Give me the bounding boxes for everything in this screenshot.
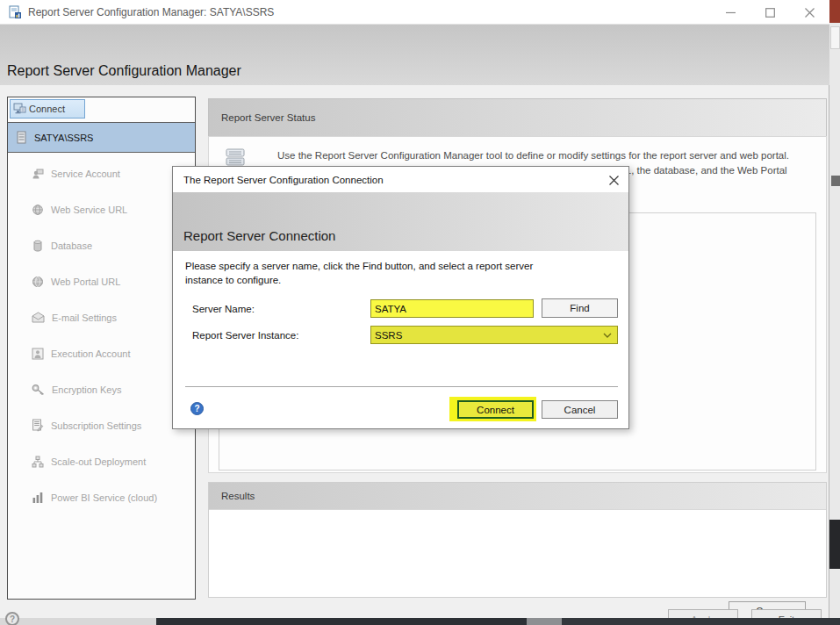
status-section-header: Report Server Status <box>208 98 827 136</box>
chevron-down-icon <box>603 333 612 338</box>
sidebar-item-label: Scale-out Deployment <box>51 456 146 467</box>
help-icon[interactable]: ? <box>5 612 19 625</box>
sidebar-item-execution-account[interactable]: Execution Account <box>8 335 195 371</box>
dialog-title: The Report Server Configuration Connecti… <box>183 175 384 185</box>
app-icon <box>8 5 22 19</box>
sidebar-item-power-bi-service[interactable]: Power BI Service (cloud) <box>8 479 195 515</box>
connect-icon <box>13 103 26 115</box>
dialog-connect-button[interactable]: Connect <box>457 400 534 419</box>
dialog-cancel-button[interactable]: Cancel <box>542 400 618 419</box>
sidebar-item-label: E-mail Settings <box>52 312 117 323</box>
dialog-heading: Report Server Connection <box>183 228 335 243</box>
background-app-segment <box>831 176 840 186</box>
instance-label: Report Server Instance: <box>192 330 298 341</box>
header-band: Report Server Configuration Manager <box>0 25 829 85</box>
web-service-url-icon <box>32 204 44 216</box>
sidebar-item-label: Web Portal URL <box>51 277 120 287</box>
sidebar-item-label: Web Service URL <box>51 205 127 215</box>
sidebar-item-label: Encryption Keys <box>52 384 121 395</box>
background-app-titlebar-sliver <box>829 0 840 23</box>
background-app-sliver <box>829 0 840 625</box>
web-portal-url-icon <box>32 276 44 288</box>
power-bi-icon <box>32 492 44 504</box>
close-icon <box>805 8 815 18</box>
service-account-icon <box>32 168 44 180</box>
maximize-icon <box>765 8 775 18</box>
close-button[interactable] <box>790 0 829 25</box>
results-section-title: Results <box>221 491 255 501</box>
dialog-instruction-line2: instance to configure. <box>185 273 533 287</box>
sidebar-item-server-label: SATYA\SSRS <box>34 133 93 143</box>
sidebar-item-encryption-keys[interactable]: Encryption Keys <box>8 371 195 407</box>
background-app-tab-sliver <box>830 26 840 49</box>
sidebar-item-service-account[interactable]: Service Account <box>8 155 195 191</box>
sidebar-item-subscription-settings[interactable]: Subscription Settings <box>8 407 195 443</box>
connection-dialog: The Report Server Configuration Connecti… <box>172 166 629 429</box>
dialog-close-icon <box>609 176 619 185</box>
sidebar: Connect SATYA\SSRS Service Account <box>7 97 196 600</box>
results-section: Results Copy <box>208 482 827 598</box>
encryption-keys-icon <box>32 384 45 396</box>
find-button[interactable]: Find <box>542 298 618 318</box>
sidebar-item-label: Subscription Settings <box>51 420 141 431</box>
dialog-separator <box>185 386 618 387</box>
scale-out-deployment-icon <box>32 456 44 468</box>
connect-toolbar-label: Connect <box>29 104 65 114</box>
status-description-line1: Use the Report Server Configuration Mana… <box>277 148 822 163</box>
status-section-title: Report Server Status <box>221 112 315 123</box>
server-icon <box>17 131 26 144</box>
connect-toolbar-button[interactable]: Connect <box>10 99 85 119</box>
maximize-button[interactable] <box>750 0 790 25</box>
background-app-dark-segment <box>829 520 840 569</box>
results-body: Copy <box>209 510 826 597</box>
dialog-close-button[interactable] <box>607 173 621 187</box>
sidebar-item-label: Power BI Service (cloud) <box>51 492 157 503</box>
dialog-instruction-line1: Please specify a server name, click the … <box>185 259 533 273</box>
window-title: Report Server Configuration Manager: SAT… <box>28 6 274 18</box>
sidebar-item-web-service-url[interactable]: Web Service URL <box>8 191 195 227</box>
sidebar-item-server-node[interactable]: SATYA\SSRS <box>8 122 195 153</box>
dialog-body: Please specify a server name, click the … <box>173 251 628 430</box>
taskbar-strip[interactable] <box>0 618 840 625</box>
instance-dropdown[interactable]: SSRS <box>370 326 618 344</box>
dialog-instruction: Please specify a server name, click the … <box>185 259 533 287</box>
server-name-input[interactable] <box>370 299 534 318</box>
dialog-banner: Report Server Connection <box>173 192 628 251</box>
results-section-header: Results <box>209 483 826 510</box>
sidebar-item-label: Execution Account <box>51 348 131 359</box>
email-settings-icon <box>32 312 45 323</box>
database-icon <box>32 240 44 252</box>
instance-dropdown-value: SSRS <box>375 330 402 341</box>
title-bar: Report Server Configuration Manager: SAT… <box>0 0 829 25</box>
sidebar-nav: Service Account Web Service URL Database <box>8 155 195 515</box>
execution-account-icon <box>32 348 44 360</box>
sidebar-item-email-settings[interactable]: E-mail Settings <box>8 299 195 335</box>
sidebar-item-scale-out-deployment[interactable]: Scale-out Deployment <box>8 443 195 479</box>
minimize-button[interactable] <box>711 0 750 25</box>
minimize-icon <box>726 8 736 18</box>
sidebar-item-database[interactable]: Database <box>8 227 195 263</box>
dialog-title-bar: The Report Server Configuration Connecti… <box>173 167 628 192</box>
sidebar-item-label: Service Account <box>51 169 120 179</box>
sidebar-item-web-portal-url[interactable]: Web Portal URL <box>8 263 195 299</box>
server-name-label: Server Name: <box>192 304 255 314</box>
subscription-settings-icon <box>32 419 44 432</box>
dialog-help-icon[interactable]: ? <box>190 402 204 415</box>
sidebar-item-label: Database <box>51 241 92 251</box>
page-title: Report Server Configuration Manager <box>7 63 241 79</box>
